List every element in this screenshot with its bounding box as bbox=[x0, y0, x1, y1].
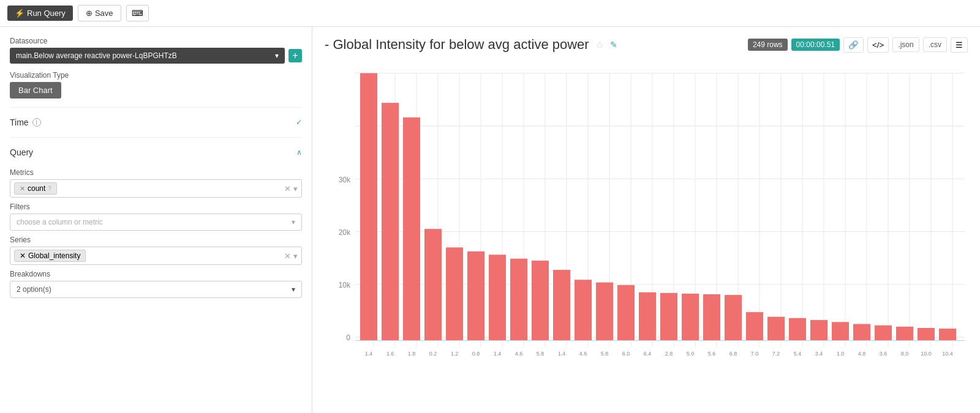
filters-placeholder: choose a column or metric bbox=[17, 218, 103, 226]
edit-icon[interactable]: ✎ bbox=[610, 40, 617, 50]
svg-text:10.4: 10.4 bbox=[942, 351, 953, 357]
link-icon: 🔗 bbox=[848, 40, 859, 50]
bar-3 bbox=[403, 117, 420, 341]
svg-text:2.8: 2.8 bbox=[665, 351, 673, 357]
bar-2 bbox=[382, 103, 399, 340]
bar-27 bbox=[918, 328, 935, 340]
svg-text:4.6: 4.6 bbox=[579, 351, 587, 357]
bar-12 bbox=[596, 283, 613, 341]
bar-11 bbox=[575, 280, 592, 340]
breakdowns-value: 2 option(s) bbox=[17, 285, 51, 294]
series-clear-icon[interactable]: ✕ bbox=[284, 251, 291, 261]
json-button[interactable]: .json bbox=[892, 37, 919, 52]
svg-text:1.2: 1.2 bbox=[451, 351, 459, 357]
bar-16 bbox=[682, 294, 699, 341]
series-chevron-icon[interactable]: ▾ bbox=[293, 251, 298, 261]
menu-button[interactable]: ☰ bbox=[951, 37, 968, 53]
time-label: Time bbox=[10, 117, 29, 127]
svg-text:8.0: 8.0 bbox=[901, 351, 909, 357]
viz-type-value: Bar Chart bbox=[18, 86, 53, 95]
breakdowns-label: Breakdowns bbox=[10, 270, 302, 278]
run-query-button[interactable]: ⚡ Run Query bbox=[7, 6, 73, 21]
svg-text:4.8: 4.8 bbox=[858, 351, 866, 357]
keyboard-button[interactable]: ⌨ bbox=[126, 5, 149, 21]
rows-badge: 249 rows bbox=[748, 39, 788, 51]
viz-type-label: Visualization Type bbox=[10, 71, 302, 80]
metric-row-end: ✕ ▾ bbox=[284, 184, 298, 193]
query-section-header[interactable]: Query ∧ bbox=[10, 146, 302, 158]
svg-text:7.2: 7.2 bbox=[772, 351, 780, 357]
breakdowns-dropdown[interactable]: 2 option(s) ▾ bbox=[10, 281, 302, 298]
datasource-label: Datasource bbox=[10, 37, 302, 45]
filters-label: Filters bbox=[10, 203, 302, 211]
save-icon: ⊕ bbox=[86, 9, 92, 18]
bar-chart-svg: 0 10k 20k 30k bbox=[325, 60, 968, 403]
bar-5 bbox=[446, 247, 463, 340]
bar-18 bbox=[725, 295, 742, 340]
svg-text:0.8: 0.8 bbox=[472, 351, 480, 357]
datasource-value: main.Below average reactive power-LqBPGH… bbox=[16, 51, 177, 60]
filters-dropdown[interactable]: choose a column or metric ▾ bbox=[10, 214, 302, 231]
metric-clear-icon[interactable]: ✕ bbox=[284, 184, 291, 193]
bar-4 bbox=[424, 229, 442, 340]
chart-title: - Global Intensity for below avg active … bbox=[325, 37, 589, 53]
code-button[interactable]: </> bbox=[867, 37, 889, 53]
svg-text:4.6: 4.6 bbox=[515, 351, 523, 357]
svg-text:10k: 10k bbox=[339, 281, 351, 290]
metrics-label: Metrics bbox=[10, 168, 302, 177]
star-icon[interactable]: ☆ bbox=[595, 39, 604, 51]
save-label: Save bbox=[95, 9, 113, 18]
series-row-end: ✕ ▾ bbox=[284, 251, 298, 261]
time-section-header[interactable]: Time i ✓ bbox=[10, 116, 302, 128]
code-icon: </> bbox=[872, 40, 884, 50]
main-content: Datasource main.Below average reactive p… bbox=[0, 27, 980, 413]
svg-text:1.6: 1.6 bbox=[386, 351, 394, 357]
bar-25 bbox=[875, 326, 892, 341]
chart-toolbar: 249 rows 00:00:00.51 🔗 </> .json .csv ☰ bbox=[748, 37, 968, 53]
time-chevron: ✓ bbox=[296, 118, 302, 127]
svg-text:6.4: 6.4 bbox=[644, 351, 652, 357]
svg-text:20k: 20k bbox=[339, 228, 351, 237]
chart-header: - Global Intensity for below avg active … bbox=[325, 37, 968, 53]
link-button[interactable]: 🔗 bbox=[843, 37, 864, 53]
bar-6 bbox=[467, 251, 484, 341]
datasource-dropdown[interactable]: main.Below average reactive power-LqBPGH… bbox=[10, 48, 285, 64]
chart-area: - Global Intensity for below avg active … bbox=[312, 27, 980, 413]
viz-type-button[interactable]: Bar Chart bbox=[10, 82, 61, 99]
metric-help-icon: ? bbox=[48, 185, 51, 192]
chart-container: 0 10k 20k 30k bbox=[325, 60, 968, 403]
sidebar: Datasource main.Below average reactive p… bbox=[0, 27, 312, 413]
bar-21 bbox=[789, 318, 806, 341]
query-chevron: ∧ bbox=[296, 148, 302, 157]
svg-text:1.4: 1.4 bbox=[365, 351, 373, 357]
series-tag: ✕ Global_intensity bbox=[14, 250, 86, 262]
bar-17 bbox=[703, 294, 720, 341]
bar-20 bbox=[767, 317, 785, 341]
series-row: ✕ Global_intensity ✕ ▾ bbox=[10, 247, 302, 265]
svg-text:30k: 30k bbox=[339, 175, 351, 184]
chevron-down-icon: ▾ bbox=[275, 51, 279, 60]
svg-text:5.8: 5.8 bbox=[601, 351, 609, 357]
keyboard-icon: ⌨ bbox=[132, 9, 143, 18]
save-button[interactable]: ⊕ Save bbox=[78, 5, 121, 21]
bar-22 bbox=[810, 320, 827, 340]
bar-14 bbox=[639, 292, 656, 341]
metric-remove-button[interactable]: ✕ bbox=[20, 185, 25, 193]
bar-8 bbox=[510, 259, 527, 341]
series-remove-button[interactable]: ✕ bbox=[20, 251, 26, 260]
svg-text:1.4: 1.4 bbox=[558, 351, 566, 357]
metric-chevron-icon[interactable]: ▾ bbox=[293, 184, 298, 193]
csv-label: .csv bbox=[929, 40, 941, 49]
series-value: Global_intensity bbox=[28, 251, 80, 260]
csv-button[interactable]: .csv bbox=[923, 37, 947, 52]
svg-text:5.6: 5.6 bbox=[708, 351, 716, 357]
bar-1 bbox=[360, 73, 377, 341]
query-section-content: Metrics ✕ count ? ✕ ▾ Filters choose a c… bbox=[10, 158, 302, 303]
datasource-add-button[interactable]: + bbox=[288, 49, 302, 62]
bar-23 bbox=[832, 322, 849, 340]
svg-text:5.0: 5.0 bbox=[687, 351, 695, 357]
svg-text:3.6: 3.6 bbox=[880, 351, 888, 357]
metrics-row: ✕ count ? ✕ ▾ bbox=[10, 179, 302, 198]
hamburger-icon: ☰ bbox=[956, 40, 963, 50]
bar-7 bbox=[489, 255, 506, 340]
